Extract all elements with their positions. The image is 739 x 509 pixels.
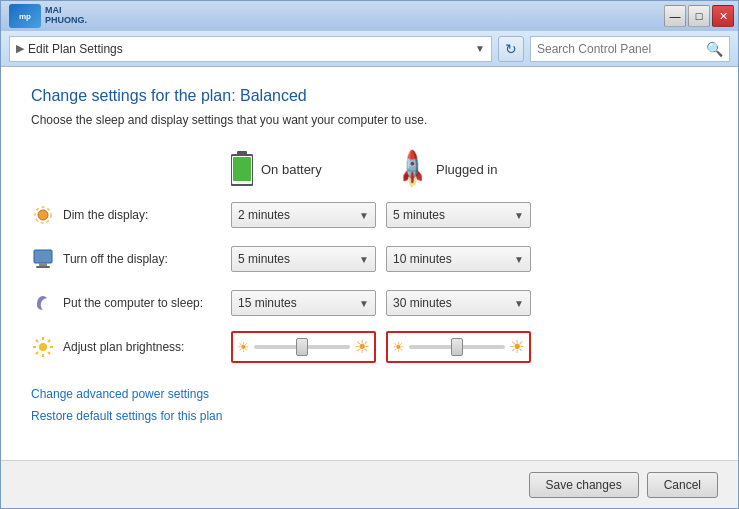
main-content: Change settings for the plan: Balanced C…	[1, 67, 738, 460]
search-box[interactable]: 🔍	[530, 36, 730, 62]
brightness-battery-max-icon: ☀	[354, 336, 370, 358]
col-on-battery-header: On battery	[231, 151, 396, 187]
breadcrumb[interactable]: ▶ Edit Plan Settings ▼	[9, 36, 492, 62]
svg-rect-7	[36, 266, 50, 268]
brightness-battery-slider-area: ☀ ☀	[231, 331, 376, 363]
cancel-button[interactable]: Cancel	[647, 472, 718, 498]
dim-display-battery-dropdown[interactable]: 2 minutes ▼	[231, 202, 376, 228]
setting-row-dim-display: Dim the display: 2 minutes ▼ 5 minutes ▼	[31, 199, 708, 231]
setting-row-brightness: Adjust plan brightness: ☀ ☀ ☀ ☀	[31, 331, 708, 363]
sleep-plugged-value: 30 minutes	[393, 296, 514, 310]
dim-display-controls: 2 minutes ▼ 5 minutes ▼	[231, 202, 531, 228]
brightness-plugged-track[interactable]	[409, 345, 505, 349]
svg-point-3	[38, 210, 48, 220]
brightness-plugged-thumb[interactable]	[451, 338, 463, 356]
turn-off-battery-value: 5 minutes	[238, 252, 359, 266]
address-bar: ▶ Edit Plan Settings ▼ ↻ 🔍	[1, 31, 738, 67]
svg-rect-5	[34, 250, 52, 263]
sleep-battery-dropdown[interactable]: 15 minutes ▼	[231, 290, 376, 316]
setting-row-sleep: Put the computer to sleep: 15 minutes ▼ …	[31, 287, 708, 319]
brightness-battery-thumb[interactable]	[296, 338, 308, 356]
turn-off-display-label: Turn off the display:	[63, 252, 168, 266]
setting-label-area-turnoff: Turn off the display:	[31, 247, 231, 271]
dim-battery-arrow-icon: ▼	[359, 210, 369, 221]
page-subtitle: Choose the sleep and display settings th…	[31, 113, 708, 127]
dim-display-label: Dim the display:	[63, 208, 148, 222]
dim-display-plugged-value: 5 minutes	[393, 208, 514, 222]
turn-off-display-icon	[31, 247, 55, 271]
col-on-battery-label: On battery	[261, 162, 322, 177]
sleep-controls: 15 minutes ▼ 30 minutes ▼	[231, 290, 531, 316]
setting-row-turn-off-display: Turn off the display: 5 minutes ▼ 10 min…	[31, 243, 708, 275]
svg-line-13	[36, 340, 38, 342]
svg-line-15	[48, 340, 50, 342]
dim-display-battery-value: 2 minutes	[238, 208, 359, 222]
window-controls: — □ ✕	[664, 5, 734, 27]
brightness-plugged-max-icon: ☀	[509, 336, 525, 358]
search-icon[interactable]: 🔍	[706, 41, 723, 57]
svg-line-14	[48, 352, 50, 354]
column-headers: On battery 🚀 Plugged in	[31, 151, 708, 187]
battery-icon	[231, 151, 253, 187]
svg-rect-6	[39, 263, 47, 266]
close-button[interactable]: ✕	[712, 5, 734, 27]
sleep-icon	[31, 291, 55, 315]
brightness-battery-min-icon: ☀	[237, 339, 250, 355]
sleep-plugged-dropdown[interactable]: 30 minutes ▼	[386, 290, 531, 316]
search-input[interactable]	[537, 42, 702, 56]
turn-off-display-controls: 5 minutes ▼ 10 minutes ▼	[231, 246, 531, 272]
sleep-plugged-arrow-icon: ▼	[514, 298, 524, 309]
main-window: mp MAI PHUONG. — □ ✕ ▶ Edit Plan Setting…	[0, 0, 739, 509]
restore-defaults-link[interactable]: Restore default settings for this plan	[31, 409, 708, 423]
breadcrumb-label: Edit Plan Settings	[28, 42, 123, 56]
brightness-plugged-min-icon: ☀	[392, 339, 405, 355]
brightness-plugged-slider-area: ☀ ☀	[386, 331, 531, 363]
minimize-button[interactable]: —	[664, 5, 686, 27]
breadcrumb-dropdown-icon[interactable]: ▼	[475, 43, 485, 54]
plugged-icon: 🚀	[390, 147, 435, 192]
sleep-battery-arrow-icon: ▼	[359, 298, 369, 309]
setting-label-area-brightness: Adjust plan brightness:	[31, 335, 231, 359]
brightness-label: Adjust plan brightness:	[63, 340, 184, 354]
links-area: Change advanced power settings Restore d…	[31, 387, 708, 423]
turn-off-battery-arrow-icon: ▼	[359, 254, 369, 265]
brightness-battery-track[interactable]	[254, 345, 350, 349]
turn-off-plugged-value: 10 minutes	[393, 252, 514, 266]
turn-off-battery-dropdown[interactable]: 5 minutes ▼	[231, 246, 376, 272]
advanced-power-settings-link[interactable]: Change advanced power settings	[31, 387, 708, 401]
title-bar: mp MAI PHUONG. — □ ✕	[1, 1, 738, 31]
dim-plugged-arrow-icon: ▼	[514, 210, 524, 221]
footer: Save changes Cancel	[1, 460, 738, 508]
svg-line-16	[36, 352, 38, 354]
save-changes-button[interactable]: Save changes	[529, 472, 639, 498]
sleep-battery-value: 15 minutes	[238, 296, 359, 310]
setting-label-area-sleep: Put the computer to sleep:	[31, 291, 231, 315]
breadcrumb-arrow-icon: ▶	[16, 42, 24, 55]
col-plugged-in-label: Plugged in	[436, 162, 497, 177]
dim-display-plugged-dropdown[interactable]: 5 minutes ▼	[386, 202, 531, 228]
svg-point-8	[39, 343, 47, 351]
turn-off-plugged-dropdown[interactable]: 10 minutes ▼	[386, 246, 531, 272]
app-logo: mp MAI PHUONG.	[9, 4, 87, 28]
sleep-label: Put the computer to sleep:	[63, 296, 203, 310]
logo-text: MAI PHUONG.	[45, 6, 87, 26]
brightness-controls: ☀ ☀ ☀ ☀	[231, 331, 531, 363]
refresh-button[interactable]: ↻	[498, 36, 524, 62]
page-title: Change settings for the plan: Balanced	[31, 87, 708, 105]
refresh-icon: ↻	[505, 41, 517, 57]
turn-off-plugged-arrow-icon: ▼	[514, 254, 524, 265]
logo-icon: mp	[9, 4, 41, 28]
col-plugged-in-header: 🚀 Plugged in	[396, 154, 561, 185]
setting-label-area-dim: Dim the display:	[31, 203, 231, 227]
brightness-icon	[31, 335, 55, 359]
maximize-button[interactable]: □	[688, 5, 710, 27]
svg-rect-2	[233, 157, 251, 181]
dim-display-icon	[31, 203, 55, 227]
